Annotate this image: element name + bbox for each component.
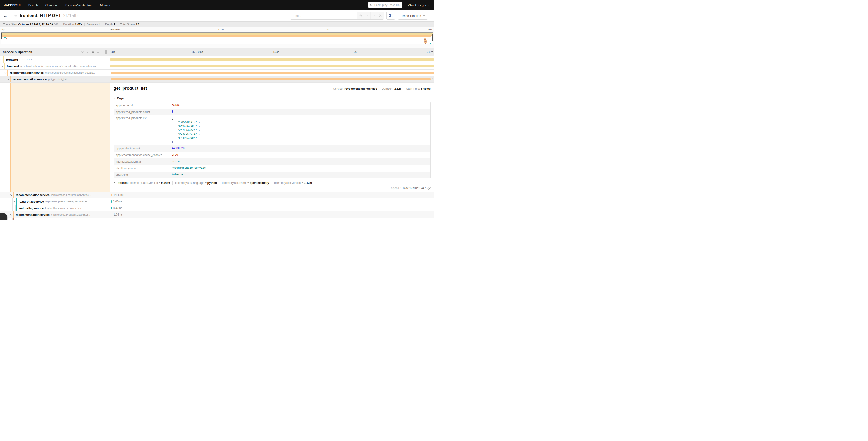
nav-item-system-architecture[interactable]: System Architecture [64, 3, 94, 7]
span-bar[interactable] [111, 194, 112, 196]
tag-row[interactable]: app.recommendation.cache_enabledtrue [114, 152, 430, 158]
nav-item-monitor[interactable]: Monitor [98, 3, 112, 7]
minimap-span-mark [1, 33, 433, 34]
focus-match-button[interactable] [357, 12, 364, 20]
span-row-timeline-cell[interactable]: 3.68ms [110, 198, 434, 205]
trace-lookup-box[interactable] [368, 2, 402, 8]
span-row-timeline-cell[interactable]: 2.62s [110, 76, 434, 83]
find-input[interactable] [290, 12, 357, 20]
nav-item-search[interactable]: Search [27, 3, 40, 7]
span-bar[interactable] [111, 71, 434, 74]
span-bar[interactable] [111, 207, 112, 209]
expand-one-icon[interactable] [87, 51, 89, 53]
collapse-trace-header-chevron[interactable] [14, 14, 18, 17]
span-row-timeline-cell[interactable]: 14.49ms [110, 192, 434, 198]
tag-row[interactable]: internal.span.formatproto [114, 158, 430, 165]
span-service-name: recommendationservice [13, 78, 47, 81]
tag-row[interactable]: otel.library.namerecommendationservice [114, 165, 430, 172]
timeline-tick-label: 2s [354, 51, 356, 53]
span-color-bar [13, 192, 14, 198]
about-jaeger-menu[interactable]: About Jaeger [408, 3, 430, 7]
span-row[interactable]: recommendationservice/hipstershop.Produc… [0, 211, 434, 218]
tag-key: app.products.count [114, 147, 172, 150]
span-row[interactable] [0, 218, 434, 220]
span-row-name-cell[interactable]: featureflagservice/hipstershop.FeatureFl… [0, 198, 110, 205]
minimap-span-mark [2, 34, 433, 35]
span-row[interactable]: recommendationservice/hipstershop.Featur… [0, 192, 434, 198]
clear-find-button[interactable] [377, 12, 383, 20]
minimap-left-handle[interactable] [1, 33, 2, 39]
span-row[interactable]: frontendHTTP GET [0, 56, 434, 63]
duration-label: Duration [63, 23, 74, 26]
collapse-all-icon[interactable] [92, 51, 94, 53]
prev-match-button[interactable] [364, 12, 370, 20]
span-collapse-chevron[interactable] [1, 66, 4, 66]
span-collapse-chevron[interactable] [4, 72, 7, 73]
tree-guide-line [1, 205, 4, 211]
process-key: telemetry.auto.version = [130, 181, 161, 184]
column-resize-grip[interactable] [105, 51, 106, 54]
tag-row[interactable]: app.filtered_products.list["1YMWWN1N4O" … [114, 115, 430, 145]
meta-value: 2.62s [394, 87, 401, 90]
span-row-name-cell[interactable]: frontendgrpc.hipstershop.RecommendationS… [0, 63, 110, 69]
minimap-span-mark [6, 38, 7, 39]
back-button[interactable]: ← [3, 13, 9, 18]
tag-row[interactable]: span.kindinternal [114, 172, 430, 178]
deep-link-icon[interactable] [428, 186, 431, 190]
expand-all-icon[interactable] [97, 51, 100, 53]
collapse-one-icon[interactable] [81, 51, 84, 53]
span-row[interactable]: featureflagservice/hipstershop.FeatureFl… [0, 198, 434, 205]
span-row-timeline-cell[interactable]: 1.04ms [110, 211, 434, 218]
keyboard-shortcuts-button[interactable]: ⌘ [386, 11, 395, 20]
total-spans-value: 20 [136, 23, 139, 26]
span-row-name-cell[interactable]: recommendationservice/hipstershop.Recomm… [0, 69, 110, 76]
span-bar[interactable] [111, 200, 112, 203]
jaeger-logo[interactable]: JAEGER UI [2, 3, 23, 7]
span-row-name-cell[interactable]: recommendationservice/hipstershop.Featur… [0, 192, 110, 198]
depth-label: Depth [105, 23, 113, 26]
span-row-timeline-cell[interactable] [110, 56, 434, 63]
span-collapse-chevron[interactable] [10, 195, 13, 195]
tag-row[interactable]: app.filtered_products.count8 [114, 109, 430, 115]
array-open-bracket: [ [172, 116, 200, 120]
array-item-string: "LS4PSXUNUM" [177, 137, 197, 140]
span-collapse-chevron[interactable] [0, 59, 3, 60]
chevron-down-icon [4, 71, 6, 73]
meta-separator [404, 87, 404, 90]
span-collapse-chevron[interactable] [7, 79, 10, 80]
next-match-button[interactable] [370, 12, 377, 20]
span-row[interactable]: featureflagservicefeatureflagservice.rep… [0, 205, 434, 211]
span-collapse-chevron[interactable] [10, 214, 13, 215]
span-bar[interactable] [112, 213, 112, 216]
chevron-down-icon [113, 97, 115, 99]
tag-row[interactable]: app.cache_hitfalse [114, 102, 430, 109]
trace-view-dropdown[interactable]: Trace Timeline [398, 11, 428, 20]
span-bar[interactable] [111, 65, 434, 67]
span-row-timeline-cell[interactable] [110, 218, 434, 220]
span-row[interactable]: frontendgrpc.hipstershop.RecommendationS… [0, 63, 434, 69]
span-row-name-cell[interactable]: frontendHTTP GET [0, 56, 110, 63]
span-bar[interactable] [110, 58, 434, 61]
span-row-name-cell[interactable]: recommendationserviceget_product_list [0, 76, 110, 83]
span-row-timeline-cell[interactable] [110, 69, 434, 76]
process-row[interactable]: Process: telemetry.auto.version = 0.34b0… [114, 181, 431, 184]
find-controls [357, 12, 383, 20]
tag-row[interactable]: app.products.count44530923 [114, 145, 430, 152]
nav-item-compare[interactable]: Compare [44, 3, 60, 7]
minimap-canvas[interactable] [1, 32, 433, 45]
span-row-name-cell[interactable] [0, 218, 110, 220]
span-row[interactable]: recommendationservice/hipstershop.Recomm… [0, 69, 434, 76]
span-bar[interactable] [111, 220, 112, 221]
timeline-gridline [272, 198, 272, 205]
span-row-name-cell[interactable]: featureflagservicefeatureflagservice.rep… [0, 205, 110, 211]
span-row-timeline-cell[interactable]: 3.47ms [110, 205, 434, 211]
span-row-timeline-cell[interactable] [110, 63, 434, 69]
minimap-right-handle[interactable] [432, 34, 433, 41]
trace-lookup-input[interactable] [374, 3, 401, 6]
span-collapse-chevron[interactable] [13, 201, 16, 202]
span-row-name-cell[interactable]: recommendationservice/hipstershop.Produc… [0, 211, 110, 218]
tree-guide-line [1, 83, 4, 192]
span-row[interactable]: recommendationserviceget_product_list2.6… [0, 76, 434, 83]
tags-section-toggle[interactable]: Tags [114, 97, 431, 100]
span-bar[interactable] [111, 78, 431, 80]
